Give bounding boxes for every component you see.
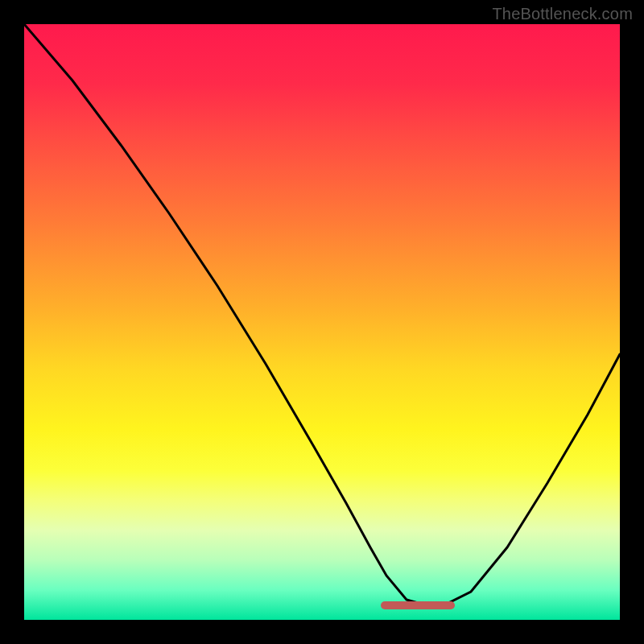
chart-plot-area (24, 24, 620, 620)
bottleneck-curve-svg (24, 24, 620, 620)
bottleneck-curve (24, 24, 620, 605)
watermark-text: TheBottleneck.com (492, 5, 633, 23)
